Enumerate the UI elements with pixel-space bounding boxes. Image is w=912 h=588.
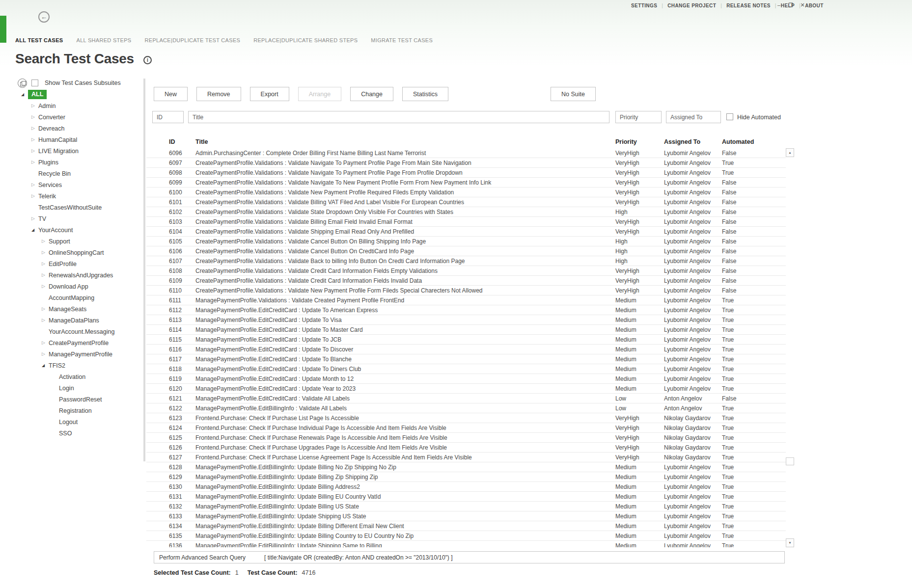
close-icon[interactable]: ✕: [800, 2, 805, 8]
table-row[interactable]: 6118ManagePaymentProfile.EditCreditCard …: [146, 364, 786, 374]
table-row[interactable]: 6135ManagePaymentProfile.EditBillingInfo…: [146, 531, 786, 541]
chevron-collapsed-icon[interactable]: ▷: [31, 216, 38, 221]
tree-item-youraccount-messaging[interactable]: YourAccount.Messaging: [15, 326, 142, 337]
scroll-down-button[interactable]: ▼: [786, 538, 794, 547]
restore-icon[interactable]: ❐: [788, 2, 794, 8]
tree-item-admin[interactable]: ▷Admin: [15, 100, 142, 111]
menu-item-change-project[interactable]: CHANGE PROJECT: [667, 3, 716, 8]
tree-item-youraccount[interactable]: ◢YourAccount: [15, 224, 142, 236]
export-button[interactable]: Export: [250, 87, 289, 101]
chevron-expanded-icon[interactable]: ◢: [21, 93, 28, 97]
column-header-title[interactable]: Title: [195, 138, 615, 145]
column-header-id[interactable]: ID: [146, 138, 195, 145]
tree-item-createpaymentprofile[interactable]: ▷CreatePaymentProfile: [15, 337, 142, 348]
table-row[interactable]: 6112ManagePaymentProfile.EditCreditCard …: [146, 305, 786, 315]
tree-item-support[interactable]: ▷Support: [15, 236, 142, 247]
table-row[interactable]: 6101CreatePaymentProfile.Validations : V…: [146, 197, 786, 207]
table-row[interactable]: 6107CreatePaymentProfile.Validations : V…: [146, 256, 786, 266]
chevron-collapsed-icon[interactable]: ▷: [42, 239, 49, 243]
menu-item-about[interactable]: ABOUT: [805, 3, 824, 8]
back-button[interactable]: ←: [38, 11, 50, 23]
table-row[interactable]: 6097CreatePaymentProfile.Validations : V…: [146, 158, 786, 168]
table-row[interactable]: 6129ManagePaymentProfile.EditBillingInfo…: [146, 472, 786, 482]
column-header-assigned-to[interactable]: Assigned To: [664, 138, 722, 145]
table-row[interactable]: 6131ManagePaymentProfile.EditBillingInfo…: [146, 492, 786, 502]
tree-item-tv[interactable]: ▷TV: [15, 213, 142, 224]
hide-automated-checkbox[interactable]: [726, 113, 733, 120]
menu-item-settings[interactable]: SETTINGS: [631, 3, 657, 8]
table-row[interactable]: 6117ManagePaymentProfile.EditCreditCard …: [146, 354, 786, 364]
advanced-search-button[interactable]: Perform Advanced Search Query: [159, 554, 246, 561]
change-button[interactable]: Change: [350, 87, 393, 101]
table-row[interactable]: 6124Frontend.Purchase: Check If Purchase…: [146, 423, 786, 433]
tree-item-logout[interactable]: Logout: [15, 416, 142, 428]
tree-item-accountmapping[interactable]: AccountMapping: [15, 292, 142, 303]
column-header-automated[interactable]: Automated: [722, 138, 786, 145]
chevron-collapsed-icon[interactable]: ▷: [42, 262, 49, 266]
tree-item-renewalsandupgrades[interactable]: ▷RenewalsAndUpgrades: [15, 269, 142, 281]
table-row[interactable]: 6133ManagePaymentProfile.EditBillingInfo…: [146, 511, 786, 521]
table-row[interactable]: 6096Admin.PurchasingCenter : Complete Or…: [146, 148, 786, 158]
chevron-expanded-icon[interactable]: ◢: [42, 364, 49, 368]
chevron-collapsed-icon[interactable]: ▷: [31, 137, 38, 142]
table-row[interactable]: 6130ManagePaymentProfile.EditBillingInfo…: [146, 482, 786, 492]
tree-item-managepaymentprofile[interactable]: ▷ManagePaymentProfile: [15, 348, 142, 360]
table-row[interactable]: 6113ManagePaymentProfile.EditCreditCard …: [146, 315, 786, 325]
tree-item-passwordreset[interactable]: PasswordReset: [15, 394, 142, 405]
chevron-collapsed-icon[interactable]: ▷: [42, 318, 49, 322]
tree-item-login[interactable]: Login: [15, 382, 142, 394]
sidebar-scrollbar[interactable]: [143, 79, 145, 461]
table-row[interactable]: 6120ManagePaymentProfile.EditCreditCard …: [146, 384, 786, 394]
table-row[interactable]: 6098CreatePaymentProfile.Validations : V…: [146, 168, 786, 178]
table-row[interactable]: 6122ManagePaymentProfile.EditBillingInfo…: [146, 403, 786, 413]
tree-item-all[interactable]: ◢ALL: [15, 89, 142, 100]
tree-item-plugins[interactable]: ▷Plugins: [15, 157, 142, 168]
tree-item-humancapital[interactable]: ▷HumanCapital: [15, 134, 142, 145]
tree-item-editprofile[interactable]: ▷EditProfile: [15, 258, 142, 269]
column-header-priority[interactable]: Priority: [615, 138, 664, 145]
chevron-collapsed-icon[interactable]: ▷: [31, 115, 38, 119]
table-row[interactable]: 6115ManagePaymentProfile.EditCreditCard …: [146, 335, 786, 345]
tree-item-tfis2[interactable]: ◢TFIS2: [15, 360, 142, 371]
tree-item-registration[interactable]: Registration: [15, 405, 142, 416]
table-row[interactable]: 6127Frontend.Purchase: Check If Purchase…: [146, 453, 786, 462]
chevron-collapsed-icon[interactable]: ▷: [31, 149, 38, 153]
statistics-button[interactable]: Statistics: [402, 87, 448, 101]
chevron-collapsed-icon[interactable]: ▷: [31, 183, 38, 187]
tab-all-test-cases[interactable]: ALL TEST CASES: [15, 37, 63, 43]
tree-item-testcaseswithoutsuite[interactable]: TestCasesWithoutSuite: [15, 202, 142, 213]
chevron-collapsed-icon[interactable]: ▷: [42, 307, 49, 311]
table-row[interactable]: 6136ManagePaymentProfile.EditBillingInfo…: [146, 541, 786, 547]
scroll-up-button[interactable]: ▲: [786, 148, 794, 157]
scrollbar-thumb[interactable]: [786, 457, 794, 465]
table-row[interactable]: 6128ManagePaymentProfile.EditBillingInfo…: [146, 462, 786, 472]
menu-item-release-notes[interactable]: RELEASE NOTES: [726, 3, 771, 8]
tree-item-activation[interactable]: Activation: [15, 371, 142, 382]
chevron-collapsed-icon[interactable]: ▷: [42, 352, 49, 356]
chevron-collapsed-icon[interactable]: ▷: [31, 104, 38, 108]
tree-item-live-migration[interactable]: ▷LIVE Migration: [15, 145, 142, 157]
tab-all-shared-steps[interactable]: ALL SHARED STEPS: [77, 37, 132, 43]
chevron-collapsed-icon[interactable]: ▷: [31, 160, 38, 164]
tree-item-telerik[interactable]: ▷Telerik: [15, 190, 142, 202]
collapse-all-icon[interactable]: [18, 79, 27, 88]
tree-item-converter[interactable]: ▷Converter: [15, 111, 142, 123]
new-button[interactable]: New: [154, 87, 188, 101]
chevron-collapsed-icon[interactable]: ▷: [42, 284, 49, 289]
table-row[interactable]: 6116ManagePaymentProfile.EditCreditCard …: [146, 345, 786, 354]
minimize-icon[interactable]: –: [776, 2, 782, 8]
id-filter-input[interactable]: [152, 111, 184, 123]
chevron-collapsed-icon[interactable]: ▷: [42, 341, 49, 345]
chevron-collapsed-icon[interactable]: ▷: [31, 194, 38, 198]
table-row[interactable]: 6102CreatePaymentProfile.Validations : V…: [146, 207, 786, 217]
table-row[interactable]: 6111ManagePaymentProfile.Validations : V…: [146, 295, 786, 305]
tree-item-recycle-bin[interactable]: Recycle Bin: [15, 168, 142, 179]
no-suite-button[interactable]: No Suite: [551, 87, 596, 101]
remove-button[interactable]: Remove: [196, 87, 241, 101]
tree-item-manageseats[interactable]: ▷ManageSeats: [15, 303, 142, 315]
advanced-search-query[interactable]: [ title:Navigate OR (createdBy: Anton AN…: [264, 554, 452, 561]
table-row[interactable]: 6105CreatePaymentProfile.Validations : V…: [146, 237, 786, 246]
advanced-search-box[interactable]: Perform Advanced Search Query [ title:Na…: [154, 551, 785, 563]
table-row[interactable]: 6106CreatePaymentProfile.Validations : V…: [146, 246, 786, 256]
table-row[interactable]: 6103CreatePaymentProfile.Validations : V…: [146, 217, 786, 227]
